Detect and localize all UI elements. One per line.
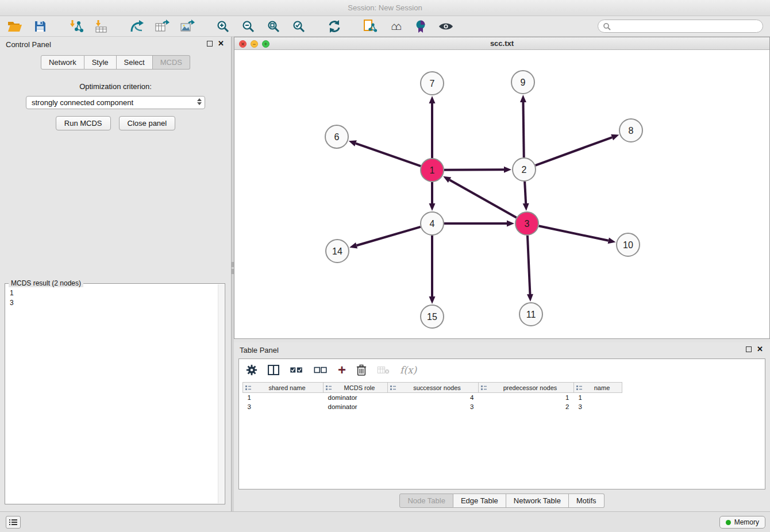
- graph-edge-arrowhead: [523, 203, 529, 211]
- layout-network-button[interactable]: [128, 18, 146, 35]
- cell-predecessor-nodes[interactable]: 2: [479, 402, 574, 411]
- graph-node-label: 15: [427, 312, 437, 322]
- refresh-button[interactable]: [325, 18, 344, 35]
- style-button[interactable]: [411, 18, 430, 35]
- float-panel-icon[interactable]: [746, 346, 752, 352]
- graph-node-label: 6: [334, 132, 340, 142]
- graph-edge-2-9[interactable]: [523, 102, 523, 157]
- graph-edge-3-11[interactable]: [528, 236, 530, 294]
- delete-table-button-disabled: [377, 365, 390, 375]
- main-toolbar: ⌂⌂: [0, 16, 770, 37]
- float-panel-icon[interactable]: [207, 41, 213, 47]
- cell-shared-name[interactable]: 3: [243, 402, 324, 411]
- search-icon: [603, 22, 611, 30]
- show-hide-button[interactable]: [437, 18, 455, 35]
- delete-column-button[interactable]: [356, 364, 367, 376]
- cell-predecessor-nodes[interactable]: 1: [479, 393, 574, 402]
- minimize-window-icon[interactable]: −: [251, 40, 258, 48]
- open-session-button[interactable]: [6, 18, 24, 35]
- cell-name[interactable]: 3: [574, 402, 622, 411]
- column-header-successor-nodes[interactable]: successor nodes: [388, 383, 479, 393]
- cell-successor-nodes[interactable]: 4: [388, 393, 479, 402]
- graph-edge-arrowhead: [507, 221, 514, 227]
- cell-shared-name[interactable]: 1: [243, 393, 324, 402]
- memory-status-icon: [726, 520, 731, 525]
- tab-node-table[interactable]: Node Table: [399, 494, 453, 508]
- sort-icon: [576, 385, 583, 391]
- gear-icon: [246, 364, 257, 376]
- close-panel-icon[interactable]: ✕: [757, 345, 763, 353]
- search-box[interactable]: [598, 20, 763, 33]
- layout-arrows-icon: [129, 20, 144, 33]
- maximize-window-icon[interactable]: +: [262, 40, 270, 48]
- zoom-out-button[interactable]: [239, 18, 257, 35]
- network-view-window: ✕ − + scc.txt 7968124314101511: [234, 37, 770, 339]
- column-header-shared-name[interactable]: shared name: [243, 383, 324, 393]
- list-icon: [9, 519, 17, 526]
- zoom-fit-button[interactable]: [264, 18, 283, 35]
- tab-motifs[interactable]: Motifs: [569, 494, 605, 508]
- graph-edge-1-2[interactable]: [444, 169, 504, 170]
- node-table: shared name MCDS role successor nodes pr…: [242, 382, 622, 411]
- home-view-button[interactable]: ⌂⌂: [386, 18, 405, 35]
- graph-edge-arrowhead: [504, 167, 511, 173]
- graph-edge-3-1[interactable]: [449, 180, 516, 218]
- result-scrollbar[interactable]: [218, 284, 224, 503]
- zoom-in-button[interactable]: [214, 18, 232, 35]
- sort-icon: [390, 385, 396, 391]
- copy-view-button[interactable]: [361, 18, 379, 35]
- deselect-all-button[interactable]: [314, 365, 328, 375]
- column-header-name[interactable]: name: [574, 383, 622, 393]
- tab-network-table[interactable]: Network Table: [506, 494, 569, 508]
- tab-style[interactable]: Style: [84, 55, 117, 70]
- mcds-result-title: MCDS result (2 nodes): [9, 279, 83, 287]
- open-folder-icon: [7, 20, 22, 33]
- export-table-button[interactable]: [153, 18, 171, 35]
- criterion-dropdown[interactable]: strongly connected component: [26, 96, 205, 109]
- tab-mcds[interactable]: MCDS: [153, 55, 190, 70]
- column-header-mcds-role[interactable]: MCDS role: [324, 383, 388, 393]
- graph-edge-2-8[interactable]: [536, 137, 612, 165]
- graph-edge-arrowhead: [429, 296, 436, 304]
- table-settings-button[interactable]: [246, 364, 257, 376]
- save-session-button[interactable]: [31, 18, 49, 35]
- export-image-icon: [180, 20, 195, 33]
- style-badge-icon: [414, 20, 428, 33]
- tab-network[interactable]: Network: [41, 55, 84, 70]
- cell-mcds-role[interactable]: dominator: [324, 393, 388, 402]
- import-table-button[interactable]: [92, 18, 110, 35]
- cell-successor-nodes[interactable]: 3: [388, 402, 479, 411]
- graph-edge-2-3[interactable]: [525, 182, 526, 203]
- tab-select[interactable]: Select: [117, 55, 153, 70]
- close-panel-icon[interactable]: ✕: [218, 39, 224, 48]
- table-row[interactable]: 3 dominator 3 2 3: [243, 402, 622, 411]
- export-image-button[interactable]: [178, 18, 197, 35]
- graph-edge-4-14[interactable]: [357, 227, 421, 245]
- table-row[interactable]: 1 dominator 4 1 1: [243, 393, 622, 402]
- show-columns-button[interactable]: [268, 365, 279, 375]
- zoom-selected-button[interactable]: [290, 18, 308, 35]
- cell-mcds-role[interactable]: dominator: [324, 402, 388, 411]
- zoom-selected-icon: [292, 20, 306, 33]
- graph-edge-3-10[interactable]: [539, 226, 609, 240]
- close-window-icon[interactable]: ✕: [239, 40, 247, 48]
- cell-name[interactable]: 1: [574, 393, 622, 402]
- tab-edge-table[interactable]: Edge Table: [453, 494, 506, 508]
- network-graph-canvas[interactable]: 7968124314101511: [234, 50, 769, 338]
- graph-node-label: 7: [430, 79, 435, 88]
- control-panel-tabs: Network Style Select MCDS: [0, 55, 231, 70]
- close-panel-button[interactable]: Close panel: [119, 116, 176, 130]
- memory-button[interactable]: Memory: [719, 516, 765, 529]
- select-all-button[interactable]: [290, 365, 303, 375]
- graph-node-label: 4: [430, 219, 435, 229]
- graph-edge-arrowhead: [611, 134, 619, 140]
- add-column-button[interactable]: +: [338, 364, 346, 376]
- import-network-button[interactable]: [67, 18, 85, 35]
- control-panel-header: Control Panel ✕: [0, 37, 231, 52]
- graph-edge-arrowhead: [608, 237, 616, 244]
- task-history-button[interactable]: [6, 516, 21, 529]
- graph-edge-1-6[interactable]: [356, 144, 421, 167]
- column-header-predecessor-nodes[interactable]: predecessor nodes: [479, 383, 574, 393]
- run-mcds-button[interactable]: Run MCDS: [56, 116, 111, 130]
- search-input[interactable]: [611, 21, 763, 32]
